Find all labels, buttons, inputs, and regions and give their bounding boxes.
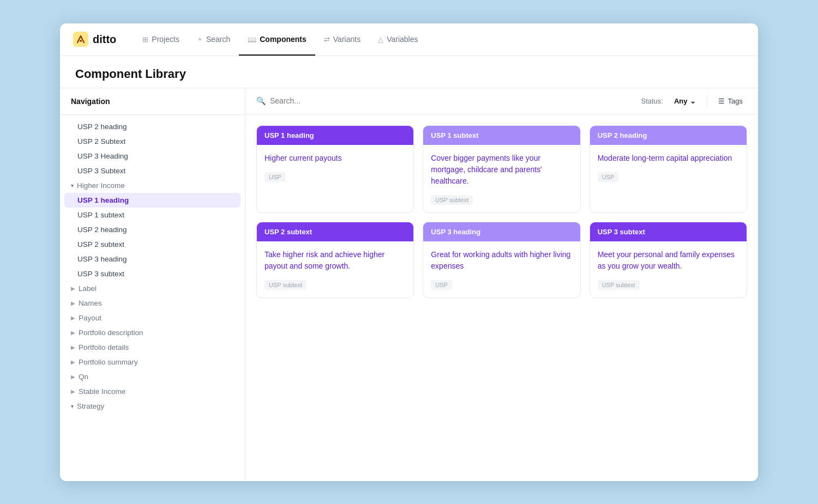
- card-body-1: Higher current payouts USP: [257, 145, 413, 190]
- card-header-2: USP 1 subtext: [423, 126, 580, 145]
- card-tag-6: USP subtext: [598, 280, 640, 290]
- filter-icon: ☰: [718, 97, 725, 105]
- card-body-2: Cover bigger payments like your mortgage…: [423, 145, 580, 212]
- nav-item-projects[interactable]: ⊞ Projects: [134, 24, 188, 56]
- svg-point-1: [80, 40, 82, 42]
- search-input-wrapper: 🔍: [256, 96, 633, 105]
- nav-tree: USP 2 heading USP 2 Subtext USP 3 Headin…: [60, 115, 245, 418]
- chevron-right-icon: ▶: [71, 388, 75, 394]
- variants-icon: ⇄: [324, 35, 330, 44]
- sidebar-group-stable-income[interactable]: ▶ Stable Income: [60, 384, 245, 399]
- sidebar-item-usp3-subtext2[interactable]: USP 3 subtext: [60, 266, 245, 281]
- nav-item-variables[interactable]: △ Variables: [369, 24, 426, 56]
- card-header-4: USP 2 subtext: [257, 222, 413, 241]
- sidebar-section-strategy[interactable]: ▾ Strategy: [60, 399, 245, 414]
- card-header-6: USP 3 subtext: [590, 222, 747, 241]
- sidebar-group-qn[interactable]: ▶ Qn: [60, 369, 245, 384]
- chevron-down-icon: ⌄: [690, 97, 696, 105]
- sidebar-header: Navigation: [60, 88, 245, 115]
- component-card-usp2-subtext: USP 2 subtext Take higher risk and achie…: [256, 222, 414, 298]
- card-text-5: Great for working adults with higher liv…: [431, 249, 572, 272]
- sidebar-item-usp3-subtext[interactable]: USP 3 Subtext: [60, 163, 245, 178]
- search-icon: ⚬: [197, 35, 203, 44]
- chevron-right-icon: ▶: [71, 300, 75, 306]
- sidebar: Navigation USP 2 heading USP 2 Subtext U…: [60, 88, 245, 481]
- logo[interactable]: ditto: [73, 32, 116, 47]
- content-area: 🔍 Status: Any ⌄ ☰ Tags: [245, 88, 758, 481]
- chevron-down-icon: ▾: [71, 403, 74, 409]
- card-tag-5: USP: [431, 280, 452, 290]
- card-body-3: Moderate long-term capital appreciation …: [590, 145, 747, 190]
- card-tag-1: USP: [264, 172, 286, 182]
- nav-item-components[interactable]: 📖 Components: [239, 24, 315, 56]
- grid-icon: ⊞: [142, 35, 148, 44]
- chevron-right-icon: ▶: [71, 315, 75, 321]
- sidebar-item-usp2-heading2[interactable]: USP 2 heading: [60, 222, 245, 237]
- chevron-right-icon: ▶: [71, 344, 75, 350]
- card-tag-3: USP: [598, 172, 619, 182]
- tags-button[interactable]: ☰ Tags: [714, 95, 747, 107]
- nav-item-search[interactable]: ⚬ Search: [188, 24, 239, 56]
- card-header-1: USP 1 heading: [257, 126, 413, 145]
- chevron-down-icon: ▾: [71, 183, 74, 189]
- book-icon: 📖: [248, 35, 256, 44]
- chevron-right-icon: ▶: [71, 330, 75, 336]
- chevron-right-icon: ▶: [71, 374, 75, 380]
- sidebar-group-portfolio-summary[interactable]: ▶ Portfolio summary: [60, 355, 245, 369]
- sidebar-group-portfolio-details[interactable]: ▶ Portfolio details: [60, 340, 245, 355]
- card-header-5: USP 3 heading: [423, 222, 580, 241]
- card-body-4: Take higher risk and achieve higher payo…: [257, 241, 413, 297]
- chevron-right-icon: ▶: [71, 359, 75, 365]
- search-icon: 🔍: [256, 96, 266, 105]
- cards-grid: USP 1 heading Higher current payouts USP…: [245, 114, 758, 481]
- variables-icon: △: [378, 35, 383, 44]
- card-text-6: Meet your personal and family expenses a…: [598, 249, 739, 272]
- nav-item-variants[interactable]: ⇄ Variants: [315, 24, 369, 56]
- card-text-3: Moderate long-term capital appreciation: [598, 153, 739, 164]
- divider: [707, 95, 707, 106]
- sidebar-item-usp3-heading[interactable]: USP 3 Heading: [60, 149, 245, 163]
- top-nav: ditto ⊞ Projects ⚬ Search 📖 Components ⇄…: [60, 23, 758, 56]
- component-card-usp2-heading: USP 2 heading Moderate long-term capital…: [590, 125, 747, 213]
- svg-rect-0: [73, 32, 88, 47]
- status-select[interactable]: Any ⌄: [670, 95, 700, 107]
- search-input[interactable]: [270, 96, 633, 105]
- page-title: Component Library: [75, 67, 743, 81]
- logo-text: ditto: [93, 33, 116, 46]
- sidebar-group-names[interactable]: ▶ Names: [60, 296, 245, 311]
- page-header: Component Library: [60, 56, 758, 88]
- status-label: Status:: [641, 97, 663, 105]
- sidebar-group-payout[interactable]: ▶ Payout: [60, 311, 245, 325]
- sidebar-item-usp1-subtext[interactable]: USP 1 subtext: [60, 208, 245, 222]
- search-bar: 🔍 Status: Any ⌄ ☰ Tags: [245, 88, 758, 114]
- component-card-usp1-subtext: USP 1 subtext Cover bigger payments like…: [423, 125, 580, 213]
- sidebar-item-usp3-heading2[interactable]: USP 3 heading: [60, 252, 245, 266]
- component-card-usp3-subtext: USP 3 subtext Meet your personal and fam…: [590, 222, 747, 298]
- card-body-5: Great for working adults with higher liv…: [423, 241, 580, 297]
- search-controls: Status: Any ⌄ ☰ Tags: [641, 95, 748, 107]
- card-text-1: Higher current payouts: [264, 153, 406, 164]
- sidebar-section-higher-income[interactable]: ▾ Higher Income: [60, 178, 245, 193]
- sidebar-item-usp2-subtext2[interactable]: USP 2 subtext: [60, 237, 245, 252]
- card-text-2: Cover bigger payments like your mortgage…: [431, 153, 572, 187]
- card-text-4: Take higher risk and achieve higher payo…: [264, 249, 406, 272]
- component-card-usp3-heading: USP 3 heading Great for working adults w…: [423, 222, 580, 298]
- card-tag-4: USP subtext: [264, 280, 306, 290]
- sidebar-item-usp1-heading[interactable]: USP 1 heading: [64, 193, 240, 208]
- app-window: ditto ⊞ Projects ⚬ Search 📖 Components ⇄…: [60, 23, 758, 481]
- component-card-usp1-heading: USP 1 heading Higher current payouts USP: [256, 125, 414, 213]
- sidebar-item-usp2-subtext[interactable]: USP 2 Subtext: [60, 134, 245, 149]
- main-content: Navigation USP 2 heading USP 2 Subtext U…: [60, 88, 758, 481]
- card-tag-2: USP subtext: [431, 195, 473, 205]
- sidebar-group-portfolio-description[interactable]: ▶ Portfolio description: [60, 325, 245, 340]
- chevron-right-icon: ▶: [71, 286, 75, 292]
- nav-items: ⊞ Projects ⚬ Search 📖 Components ⇄ Varia…: [134, 23, 745, 55]
- card-body-6: Meet your personal and family expenses a…: [590, 241, 747, 297]
- sidebar-group-label[interactable]: ▶ Label: [60, 281, 245, 296]
- logo-icon: [73, 32, 88, 47]
- card-header-3: USP 2 heading: [590, 126, 747, 145]
- sidebar-item-usp2-heading[interactable]: USP 2 heading: [60, 119, 245, 134]
